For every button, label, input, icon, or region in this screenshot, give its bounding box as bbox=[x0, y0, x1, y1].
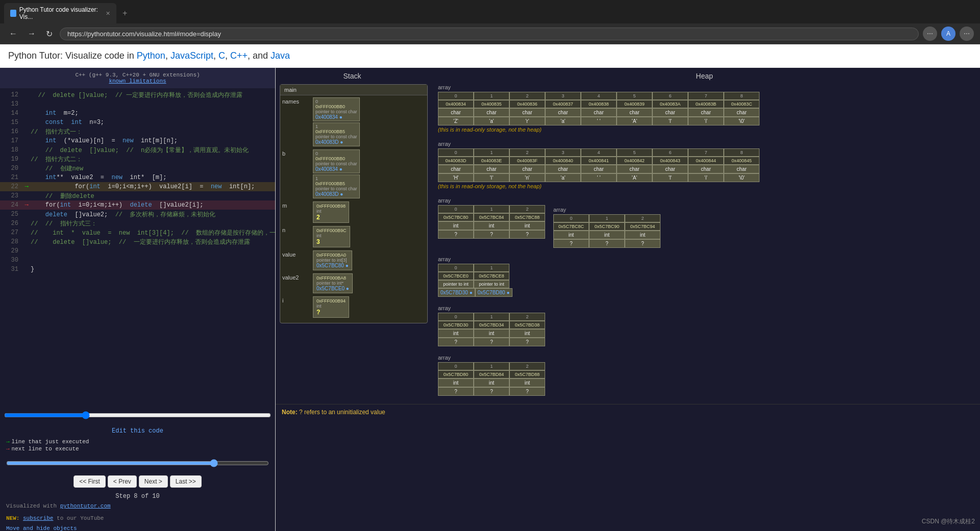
var-row-value2: value2 0xFFF000BA8 pointer to int* 0x5C7… bbox=[282, 273, 425, 293]
next-button[interactable]: Next > bbox=[139, 475, 168, 488]
new-tab-button[interactable]: + bbox=[118, 7, 131, 20]
compiler-info: C++ (g++ 9.3, C++20 + GNU extensions) bbox=[75, 72, 200, 78]
legend-current-line: → line that just executed bbox=[6, 439, 269, 445]
code-panel: C++ (g++ 9.3, C++20 + GNU extensions) kn… bbox=[0, 68, 276, 531]
legend-next-line: → next line to execute bbox=[6, 446, 269, 452]
legend-current-text: line that just executed bbox=[12, 439, 89, 445]
code-line: 18 // delete []value; // n必须为【常量】，调用直观。未… bbox=[0, 145, 275, 155]
browser-chrome: Python Tutor code visualizer: Vis... ✕ +… bbox=[0, 0, 980, 44]
heap-array-1: array 0 1 2 3 4 5 6 7 8 bbox=[438, 84, 976, 133]
profile-icon[interactable]: A bbox=[941, 27, 955, 41]
value-cell: 0xFFF000BA0 pointer to int[3] 0x5C7BC80 … bbox=[313, 250, 352, 270]
code-line: 19 // 指针方式二： bbox=[0, 155, 275, 164]
heap-panel: array 0 1 2 3 4 5 6 7 8 bbox=[438, 84, 976, 404]
heap-array-2d: array 0 1 2 0x5C7BC80 0x5C7BC84 bbox=[438, 197, 976, 248]
names-cell-1: 1 0xFFF000BB5 pointer to const char 0x40… bbox=[313, 122, 360, 146]
array-note-1: (this is in read-only storage, not the h… bbox=[438, 127, 976, 133]
code-footer: Edit this code → line that just executed… bbox=[0, 423, 275, 457]
frame-title: main bbox=[280, 85, 427, 95]
b-cell-0: 0 0xFFF000BB0 pointer to const char 0x40… bbox=[313, 149, 360, 173]
nav-bar: ← → ↻ ⋯ A ⋯ bbox=[0, 23, 980, 44]
names-cell-0: 0 0xFFF000BB0 pointer to const char 0x40… bbox=[313, 97, 360, 121]
note-label: Note: ? refers to an uninitialized value bbox=[282, 409, 385, 416]
heap-header: Heap bbox=[429, 72, 980, 80]
heap-array-value2: array 0 1 0x5C7BCE0 0x5C7BCE8 po bbox=[438, 256, 976, 297]
value2-cell: 0xFFF000BA8 pointer to int* 0x5C7BCE0 ● bbox=[313, 273, 353, 293]
c-link[interactable]: C bbox=[218, 50, 225, 61]
prev-button[interactable]: < Prev bbox=[108, 475, 137, 488]
m-cell: 0xFFF000B98 int 2 bbox=[313, 201, 349, 223]
code-line: 28 // delete []value; // 一定要进行内存释放，否则会造成… bbox=[0, 237, 275, 246]
code-line: 13 bbox=[0, 99, 275, 109]
array-label-2: array bbox=[438, 141, 976, 147]
frame-vars: names 0 0xFFF000BB0 pointer to const cha… bbox=[280, 95, 427, 323]
forward-button[interactable]: → bbox=[24, 27, 39, 40]
step-slider[interactable] bbox=[6, 459, 269, 467]
heap-array-2: array 0 1 2 3 4 5 6 7 8 bbox=[438, 141, 976, 189]
step-nav: << First < Prev Next > Last >> bbox=[0, 471, 275, 492]
heap-array-row1: array 0 1 2 0x5C7BD80 0x5C7BD84 0x5C7BD8… bbox=[438, 355, 976, 396]
code-line: 30 bbox=[0, 256, 275, 265]
new-badge: NEW: bbox=[6, 515, 19, 521]
var-row-n: n 0xFFF000B9C int 3 bbox=[282, 226, 425, 247]
stack-frame-main: main names 0 0xFFF000BB0 pointer to cons… bbox=[280, 84, 428, 323]
pythontutor-link[interactable]: pythontutor.com bbox=[60, 503, 111, 509]
stack-panel: main names 0 0xFFF000BB0 pointer to cons… bbox=[280, 84, 428, 404]
visualized-with: Visualized with bbox=[6, 503, 57, 509]
code-horizontal-scroll[interactable] bbox=[0, 409, 275, 423]
edit-code-link[interactable]: Edit this code bbox=[112, 427, 163, 435]
page-header: Python Tutor: Visualize code in Python, … bbox=[0, 44, 980, 68]
tab-favicon bbox=[10, 10, 16, 17]
nav-right: ⋯ A ⋯ bbox=[923, 27, 974, 41]
python-link[interactable]: Python bbox=[137, 50, 165, 61]
b-cell-1: 1 0xFFF000BB5 pointer to const char 0x40… bbox=[313, 174, 360, 198]
var-row-i: i 0xFFF000B94 int ? bbox=[282, 296, 425, 318]
code-line-next: 24 → for(int i=0;i<m;i++) delete []value… bbox=[0, 200, 275, 210]
address-bar[interactable] bbox=[60, 28, 919, 40]
extensions-icon[interactable]: ⋯ bbox=[923, 27, 937, 41]
code-line: 26 // // 指针方式三： bbox=[0, 219, 275, 228]
cpp-link[interactable]: C++ bbox=[230, 50, 248, 61]
heap-array-row0: array 0 1 2 0x5C7BD30 0x5C7BD34 0x5C7BD3… bbox=[438, 305, 976, 346]
first-button[interactable]: << First bbox=[74, 475, 106, 488]
var-row-names: names 0 0xFFF000BB0 pointer to const cha… bbox=[282, 97, 425, 146]
back-button[interactable]: ← bbox=[6, 27, 20, 40]
move-hide-link[interactable]: Move and hide objects bbox=[0, 524, 275, 531]
var-row-m: m 0xFFF000B98 int 2 bbox=[282, 201, 425, 223]
progress-slider-container[interactable] bbox=[0, 457, 275, 471]
tab-close-button[interactable]: ✕ bbox=[106, 10, 110, 17]
active-tab[interactable]: Python Tutor code visualizer: Vis... ✕ bbox=[4, 3, 116, 23]
var-row-b: b 0 0xFFF000BB0 pointer to const char 0x… bbox=[282, 149, 425, 198]
last-button[interactable]: Last >> bbox=[170, 475, 202, 488]
code-line: 12 // delete []value; // 一定要进行内存释放，否则会造成… bbox=[0, 90, 275, 99]
code-body[interactable]: 12 // delete []value; // 一定要进行内存释放，否则会造成… bbox=[0, 88, 275, 409]
code-line: 14 int m=2; bbox=[0, 109, 275, 118]
reload-button[interactable]: ↻ bbox=[43, 27, 56, 41]
code-line: 17 int (*value)[n] = new int[m][n]; bbox=[0, 136, 275, 145]
code-line: 16 // 指针方式一： bbox=[0, 127, 275, 136]
outer-array-label: array 0 1 2 0x5C7BC80 0x5C7BC84 bbox=[438, 197, 545, 239]
viz-panel: Stack Heap main names bbox=[276, 68, 980, 531]
var-row-value: value 0xFFF000BA0 pointer to int[3] 0x5C… bbox=[282, 250, 425, 270]
step-info: Step 8 of 10 bbox=[0, 493, 275, 500]
code-line: 21 int** value2 = new int* [m]; bbox=[0, 173, 275, 182]
settings-icon[interactable]: ⋯ bbox=[960, 27, 974, 41]
known-limitations-link[interactable]: known limitations bbox=[109, 78, 166, 84]
subscribe-suffix: to our YouTube bbox=[57, 515, 104, 521]
javascript-link[interactable]: JavaScript bbox=[170, 50, 213, 61]
tab-bar: Python Tutor code visualizer: Vis... ✕ + bbox=[0, 0, 980, 23]
visualized-info: Visualized with pythontutor.com bbox=[0, 500, 275, 512]
subscribe-link[interactable]: subscribe bbox=[23, 515, 53, 521]
java-link[interactable]: Java bbox=[271, 50, 290, 61]
page-title: Python Tutor: Visualize code in Python, … bbox=[8, 50, 972, 61]
stack-header: Stack bbox=[276, 72, 429, 80]
csdn-badge: CSDN @待木成桂2 bbox=[922, 517, 975, 526]
legend-next-text: next line to execute bbox=[12, 446, 79, 452]
legend: → line that just executed → next line to… bbox=[6, 439, 269, 452]
code-line: 23 // 删除delete bbox=[0, 191, 275, 200]
array-label-1: array bbox=[438, 84, 976, 90]
note-bar: Note: ? refers to an uninitialized value bbox=[276, 404, 980, 420]
code-scroll-slider[interactable] bbox=[4, 411, 271, 419]
n-cell: 0xFFF000B9C int 3 bbox=[313, 226, 350, 247]
new-subscribe: NEW: subscribe to our YouTube bbox=[0, 512, 275, 524]
